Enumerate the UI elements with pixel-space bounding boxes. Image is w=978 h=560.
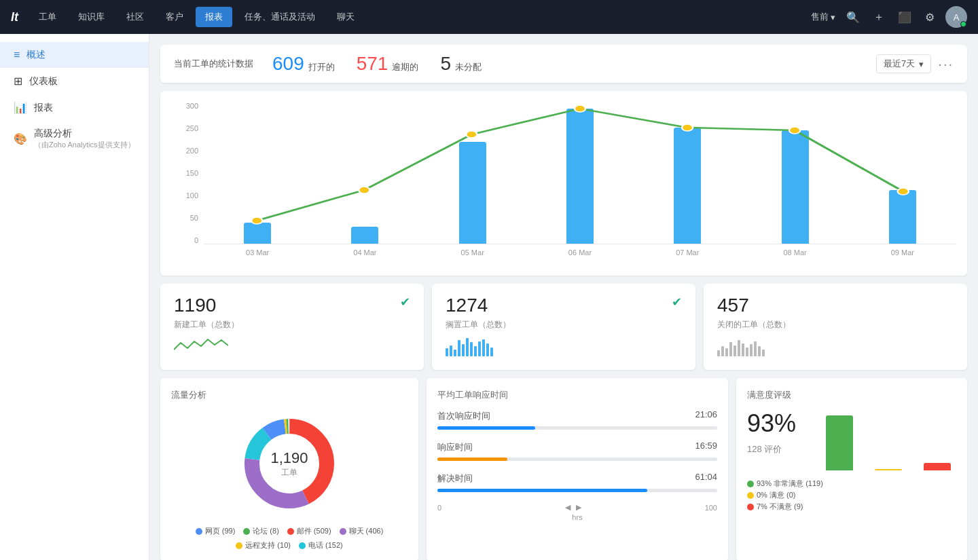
stat-unassigned: 5 未分配 — [440, 53, 482, 75]
stat-card-hold: 1274 搁置工单（总数） ✔ — [432, 284, 695, 370]
legend-remote: 远程支持 (10) — [236, 540, 291, 550]
stat-overdue-tag: 逾期的 — [392, 61, 418, 73]
chat-dot — [340, 528, 346, 535]
sat-title: 满意度评级 — [747, 389, 956, 401]
nav-tasks[interactable]: 任务、通话及活动 — [235, 7, 325, 27]
stat-overdue-num: 571 — [357, 53, 388, 75]
rt-resolve: 解决时间 61:04 — [437, 472, 717, 492]
legend-chat: 聊天 (406) — [340, 526, 384, 536]
bar-4 — [674, 128, 701, 244]
right-arrow-icon: ▶ — [576, 503, 581, 512]
flow-card: 流量分析 1, — [160, 378, 418, 560]
donut-chart: 1,190 工单 — [235, 409, 344, 518]
stat-hold-label: 搁置工单（总数） — [446, 319, 511, 331]
presales-dropdown[interactable]: 售前 ▾ — [811, 11, 835, 23]
gear-icon[interactable]: ⚙ — [922, 8, 937, 26]
legend-phone: 电话 (152) — [299, 540, 343, 550]
header-strip: 当前工单的统计数据 609 打开的 571 逾期的 5 未分配 最近7天 ▾ ·… — [160, 45, 967, 83]
legend-forum: 论坛 (8) — [243, 526, 279, 536]
sidebar-item-label: 概述 — [26, 49, 46, 61]
stat-unassigned-num: 5 — [440, 53, 451, 75]
search-icon[interactable]: 🔍 — [844, 8, 863, 26]
flow-title: 流量分析 — [171, 389, 408, 401]
nav-tickets[interactable]: 工单 — [29, 7, 66, 27]
main-layout: ≡ 概述 ⊞ 仪表板 📊 报表 🎨 高级分析 （由Zoho Analytics提… — [0, 34, 978, 560]
nav-kb[interactable]: 知识库 — [69, 7, 114, 27]
online-dot — [960, 21, 966, 27]
check-icon-2: ✔ — [672, 295, 682, 310]
rt-bar-3 — [437, 489, 647, 492]
stats-row: 1190 新建工单（总数） ✔ 1274 搁置工单（总数） — [160, 284, 967, 370]
avatar[interactable]: A — [945, 6, 967, 28]
sat-bar-bad — [924, 463, 951, 470]
sidebar-item-reports[interactable]: 📊 报表 — [0, 94, 149, 121]
analytics-text: 高级分析 （由Zoho Analytics提供支持） — [34, 128, 135, 150]
phone-dot — [299, 542, 306, 549]
plus-icon[interactable]: ＋ — [871, 7, 887, 27]
rt-bar-2 — [437, 458, 507, 461]
header-label: 当前工单的统计数据 — [174, 58, 253, 70]
sat-bar-great — [826, 415, 853, 470]
sat-pct: 93% — [747, 409, 796, 438]
bar-3 — [566, 109, 594, 244]
nav-customers[interactable]: 客户 — [156, 7, 193, 27]
stat-card-new: 1190 新建工单（总数） ✔ — [160, 284, 424, 370]
web-dot — [196, 528, 202, 535]
sidebar-item-dashboard[interactable]: ⊞ 仪表板 — [0, 68, 149, 94]
date-filter[interactable]: 最近7天 ▾ — [876, 54, 931, 73]
mini-bars-hold — [446, 336, 682, 356]
nav-chat[interactable]: 聊天 — [327, 7, 364, 27]
more-options-icon[interactable]: ··· — [938, 56, 954, 72]
nav-community[interactable]: 社区 — [117, 7, 153, 27]
bar-5 — [782, 130, 809, 244]
forum-dot — [243, 528, 250, 535]
topnav: It 工单 知识库 社区 客户 报表 任务、通话及活动 聊天 售前 ▾ 🔍 ＋ … — [0, 0, 978, 34]
donut-sub: 工单 — [270, 467, 308, 479]
sat-bar-group-1 — [820, 409, 858, 470]
stat-overdue: 571 逾期的 — [357, 53, 419, 75]
reports-icon: 📊 — [14, 101, 27, 114]
stat-card-closed: 457 关闭的工单（总数） — [704, 284, 967, 370]
bar-group-1 — [341, 102, 388, 244]
topnav-right: 售前 ▾ 🔍 ＋ ⬛ ⚙ A — [811, 6, 967, 28]
bars-row — [204, 102, 956, 244]
email-dot — [287, 528, 294, 535]
rt-bar-1 — [437, 426, 535, 430]
bar-group-2 — [449, 102, 496, 244]
bar-1 — [351, 227, 378, 244]
bottom-row: 流量分析 1, — [160, 378, 967, 560]
good-dot — [747, 492, 754, 499]
stat-new-num: 1190 — [174, 295, 239, 316]
sat-legend: 93% 非常满意 (119) 0% 满意 (0) 7% 不满意 (9) — [747, 479, 956, 512]
left-arrow-icon: ◀ — [565, 503, 570, 512]
overview-icon: ≡ — [14, 49, 20, 61]
sidebar-item-overview[interactable]: ≡ 概述 — [0, 42, 149, 68]
legend-good: 0% 满意 (0) — [747, 490, 956, 500]
main-chart-card: 300 250 200 150 100 50 0 — [160, 91, 967, 276]
stat-closed-label: 关闭的工单（总数） — [717, 319, 791, 331]
stat-closed-num: 457 — [717, 295, 791, 316]
sat-top: 93% 128 评价 — [747, 409, 956, 470]
nav-reports[interactable]: 报表 — [196, 7, 232, 27]
sidebar-item-label: 仪表板 — [29, 75, 58, 88]
bar-chart-area: 300 250 200 150 100 50 0 — [171, 102, 956, 265]
bad-dot — [747, 504, 754, 510]
bar-group-5 — [772, 102, 819, 244]
sat-bar-group-2 — [869, 409, 907, 470]
rt-axis: 0 ◀ ▶ 100 — [437, 503, 717, 512]
bar-6 — [889, 190, 916, 244]
rt-first-response: 首次响应时间 21:06 — [437, 409, 717, 430]
analytics-icon: 🎨 — [14, 132, 27, 145]
brand-logo: It — [11, 10, 18, 24]
bar-2 — [459, 142, 486, 244]
wavy-chart — [174, 336, 228, 356]
great-dot — [747, 481, 754, 487]
remote-dot — [236, 542, 242, 549]
bar-group-0 — [234, 102, 281, 244]
stat-open-tag: 打开的 — [308, 61, 335, 73]
send-icon[interactable]: ⬛ — [895, 8, 914, 26]
stat-new-label: 新建工单（总数） — [174, 319, 239, 331]
mini-bars-closed — [717, 336, 954, 356]
sidebar-item-analytics[interactable]: 🎨 高级分析 （由Zoho Analytics提供支持） — [0, 121, 149, 157]
sidebar: ≡ 概述 ⊞ 仪表板 📊 报表 🎨 高级分析 （由Zoho Analytics提… — [0, 34, 149, 560]
